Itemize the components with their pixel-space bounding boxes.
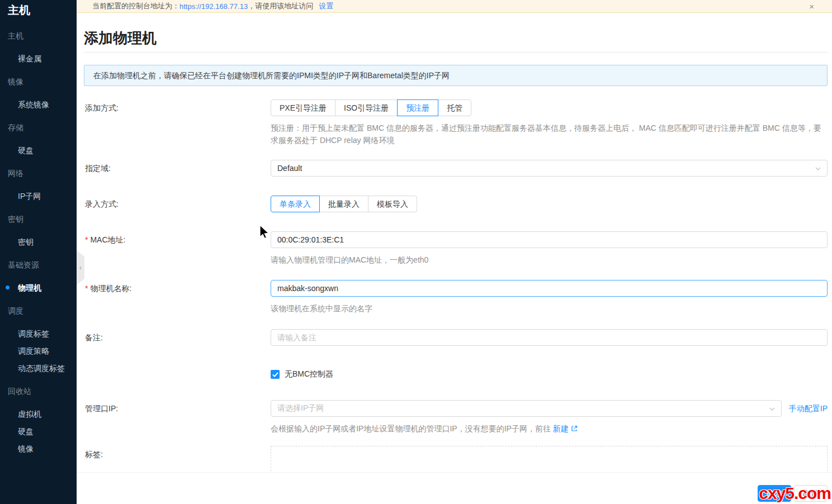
sidebar-item-recycle-vm[interactable]: 虚拟机: [18, 410, 77, 418]
sidebar-group-host[interactable]: 主机: [8, 31, 77, 40]
row-mac-address: *MAC地址: 请输入物理机管理口的MAC地址，一般为eth0: [84, 231, 828, 266]
console-address-banner: 当前配置的控制台地址为： https://192.168.77.13 ，请使用该…: [77, 0, 832, 13]
required-marker: *: [85, 235, 88, 244]
row-machine-name: *物理机名称: 该物理机在系统中显示的名字: [84, 280, 828, 315]
sidebar-item-physical-machine[interactable]: 物理机: [18, 283, 77, 292]
watermark: cxy5.com: [759, 484, 831, 503]
mac-input[interactable]: [271, 231, 828, 248]
add-method-segment: PXE引导注册 ISO引导注册 预注册 托管: [271, 99, 471, 116]
remark-input[interactable]: [271, 329, 828, 346]
no-bmc-checkbox[interactable]: [271, 370, 280, 379]
mac-help: 请输入物理机管理口的MAC地址，一般为eth0: [271, 254, 828, 266]
row-remark: 备注:: [84, 329, 828, 346]
chevron-down-icon: [769, 406, 776, 412]
domain-select[interactable]: Default: [271, 160, 828, 177]
add-method-option-managed[interactable]: 托管: [438, 99, 471, 116]
mgmt-ip-label: 管理口IP:: [84, 400, 271, 435]
sidebar-title: 主机: [0, 0, 77, 19]
sidebar-item-recycle-disk[interactable]: 硬盘: [18, 427, 77, 435]
add-method-option-iso[interactable]: ISO引导注册: [335, 99, 398, 116]
manual-configure-ip-link[interactable]: 手动配置IP: [789, 400, 828, 417]
add-method-option-preregister[interactable]: 预注册: [397, 99, 438, 116]
sidebar-group-image[interactable]: 镜像: [8, 77, 77, 85]
add-method-label: 添加方式:: [84, 99, 271, 146]
mgmt-ip-help: 会根据输入的IP子网或者IP地址设置物理机的管理口IP，没有想要的IP子网，前往…: [271, 422, 828, 435]
mgmt-ip-placeholder: 请选择IP子网: [277, 403, 324, 413]
add-method-help: 预注册：用于预上架未配置 BMC 信息的服务器，通过预注册功能配置服务器基本信息…: [271, 122, 828, 146]
sidebar: 主机 主机 裸金属 镜像 系统镜像 存储 硬盘 网络 IP子网 密钥 密钥 基础…: [0, 0, 77, 504]
sidebar-item-schedule-tag[interactable]: 调度标签: [18, 329, 77, 337]
entry-mode-option-batch[interactable]: 批量录入: [319, 196, 368, 212]
row-no-bmc: 无BMC控制器: [84, 368, 828, 381]
chevron-down-icon: [815, 165, 821, 172]
external-link-icon: [571, 425, 578, 432]
console-address-link[interactable]: https://192.168.77.13: [179, 2, 248, 11]
domain-select-value: Default: [277, 164, 302, 173]
domain-label: 指定域:: [84, 160, 271, 177]
add-method-option-pxe[interactable]: PXE引导注册: [271, 99, 335, 116]
remark-label: 备注:: [84, 329, 271, 346]
create-subnet-link[interactable]: 新建: [553, 424, 569, 433]
sidebar-group-network[interactable]: 网络: [8, 169, 77, 177]
main-panel: 当前配置的控制台地址为： https://192.168.77.13 ，请使用该…: [77, 0, 832, 504]
sidebar-item-schedule-policy[interactable]: 调度策略: [18, 346, 77, 355]
machine-name-input[interactable]: [271, 280, 828, 297]
mgmt-ip-select[interactable]: 请选择IP子网: [271, 400, 782, 417]
sidebar-group-base-resource[interactable]: 基础资源: [8, 260, 77, 269]
sidebar-group-recycle-bin[interactable]: 回收站: [8, 387, 77, 395]
sidebar-item-ip-subnet[interactable]: IP子网: [18, 192, 77, 200]
no-bmc-label[interactable]: 无BMC控制器: [285, 369, 333, 379]
sidebar-item-recycle-image[interactable]: 镜像: [18, 444, 77, 453]
sidebar-item-keypair[interactable]: 密钥: [18, 237, 77, 246]
sidebar-group-schedule[interactable]: 调度: [8, 306, 77, 315]
sidebar-item-system-image[interactable]: 系统镜像: [18, 100, 77, 108]
row-mgmt-ip: 管理口IP: 请选择IP子网 手动配置IP 会根据输入的IP子网或者IP地址设置…: [84, 400, 828, 435]
sidebar-group-keypair[interactable]: 密钥: [8, 215, 77, 223]
sidebar-item-disk[interactable]: 硬盘: [18, 146, 77, 154]
no-bmc-spacer: [84, 368, 271, 381]
row-entry-mode: 录入方式: 单条录入 批量录入 模板导入: [84, 196, 828, 212]
settings-link[interactable]: 设置: [319, 1, 333, 11]
sidebar-item-bare-metal[interactable]: 裸金属: [18, 54, 77, 63]
banner-text-prefix: 当前配置的控制台地址为：: [92, 1, 179, 11]
title-divider: [84, 52, 828, 53]
sidebar-item-dynamic-schedule-tag[interactable]: 动态调度标签: [18, 364, 77, 372]
footer-bar: 确定 取消: [77, 472, 832, 504]
row-add-method: 添加方式: PXE引导注册 ISO引导注册 预注册 托管 预注册：用于预上架未配…: [84, 99, 828, 146]
page-title: 添加物理机: [84, 28, 828, 47]
mac-label: *MAC地址:: [84, 231, 271, 266]
banner-text-suffix: ，请使用该地址访问: [248, 1, 313, 11]
row-domain: 指定域: Default: [84, 160, 828, 177]
entry-mode-segment: 单条录入 批量录入 模板导入: [271, 196, 417, 212]
machine-name-help: 该物理机在系统中显示的名字: [271, 302, 828, 315]
entry-mode-label: 录入方式:: [84, 196, 271, 212]
form-content: 添加物理机 在添加物理机之前，请确保已经在平台创建物理机所需要的IPMI类型的I…: [77, 28, 832, 488]
entry-mode-option-template[interactable]: 模板导入: [368, 196, 417, 212]
machine-name-label: *物理机名称:: [84, 280, 271, 315]
entry-mode-option-single[interactable]: 单条录入: [271, 196, 320, 212]
active-indicator-dot: [6, 286, 10, 289]
sidebar-item-label: 物理机: [18, 283, 41, 292]
required-marker: *: [85, 284, 88, 293]
sidebar-group-storage[interactable]: 存储: [8, 123, 77, 131]
info-alert: 在添加物理机之前，请确保已经在平台创建物理机所需要的IPMI类型的IP子网和Ba…: [84, 65, 828, 86]
check-icon: [272, 372, 278, 377]
close-icon[interactable]: ×: [809, 2, 824, 11]
